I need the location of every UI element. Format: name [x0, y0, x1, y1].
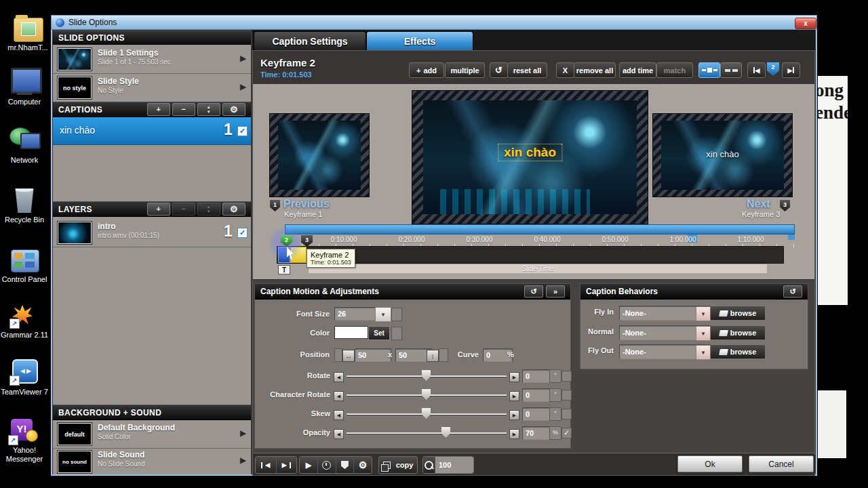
layer-settings-gear-button[interactable]: ⚙	[222, 203, 245, 216]
character-rotate-keyframe-box[interactable]	[561, 390, 572, 401]
skew-keyframe-box[interactable]	[561, 409, 572, 420]
motion-expand-button[interactable]: »	[546, 285, 565, 298]
previous-label[interactable]: Previous	[283, 198, 330, 210]
selected-caption[interactable]: xin chào	[498, 144, 562, 161]
motion-reset-button[interactable]: ↺	[524, 285, 543, 298]
chevron-down-icon[interactable]: ▼	[696, 326, 711, 341]
close-button[interactable]: x	[795, 18, 816, 29]
next-keyframe-button[interactable]: ▶	[782, 62, 800, 78]
normal-dropdown[interactable]: -None- ▼	[619, 325, 711, 340]
desktop-icon-recycle-bin[interactable]: Recycle Bin	[0, 187, 49, 224]
reset-all-button[interactable]: reset all	[507, 62, 547, 78]
remove-icon-button[interactable]: X	[556, 62, 574, 78]
shortcut-arrow: ↗	[9, 375, 20, 386]
keyframe-view-toggle-inactive[interactable]	[720, 62, 742, 78]
slide-sound-row[interactable]: no sound Slide Sound No Slide Sound ▶	[53, 448, 251, 474]
slider-increment-button[interactable]: ▶	[509, 429, 519, 439]
fly-out-browse-button[interactable]: browse	[710, 344, 766, 359]
slider-increment-button[interactable]: ▶	[509, 410, 519, 420]
chevron-down-icon[interactable]: ▼	[696, 306, 711, 321]
caption-reorder-button[interactable]: ▲ ▼	[197, 103, 220, 116]
caption-remove-button[interactable]: −	[172, 103, 195, 116]
remove-all-button[interactable]: remove all	[574, 62, 616, 78]
captions-header: CAPTIONS + − ▲ ▼ ⚙	[53, 102, 251, 117]
slider-thumb[interactable]	[422, 389, 431, 400]
slider-decrement-button[interactable]: ◀	[334, 410, 344, 420]
slide-style-row[interactable]: no style Slide Style No Style ▶	[53, 74, 251, 102]
reset-icon-button[interactable]: ↺	[490, 62, 508, 78]
slide-settings-row[interactable]: Slide 1 Settings Slide 1 of 1 - 75.503 s…	[53, 45, 251, 74]
tab-effects[interactable]: Effects	[366, 31, 473, 51]
desktop-icon-folder[interactable]: mr.NhamT...	[4, 16, 52, 52]
layer-remove-button[interactable]: −	[172, 203, 195, 216]
last-keyframe-button[interactable]: ▶	[277, 457, 297, 473]
slider-thumb[interactable]	[441, 427, 450, 438]
layer-list-item[interactable]: intro intro.wmv (00:01:15) 1 ✓	[53, 218, 251, 247]
behaviors-reset-button[interactable]: ↺	[783, 285, 802, 298]
timeline-ruler[interactable]: 0:10.000 0:20.000 0:30.000 0:40.000 0:50…	[285, 236, 802, 247]
color-set-button[interactable]: Set	[368, 326, 390, 340]
desktop-icon-yahoo[interactable]: Y! ↗ Yahoo! Messenger	[0, 419, 49, 464]
timer-button[interactable]	[318, 457, 336, 473]
layer-reorder-button[interactable]: ▲ ▼	[197, 203, 220, 216]
zoom-magnifier-button[interactable]	[423, 457, 435, 473]
previous-keyframe-thumbnail[interactable]	[270, 114, 369, 197]
caption-visible-checkbox[interactable]: ✓	[237, 126, 248, 136]
next-label[interactable]: Next	[747, 198, 770, 210]
slider-decrement-button[interactable]: ◀	[334, 372, 344, 382]
default-background-row[interactable]: default Default Background Solid Color ▶	[53, 420, 251, 449]
desktop-icon-control-panel[interactable]: Control Panel	[0, 249, 49, 284]
add-time-button[interactable]: add time	[619, 62, 656, 78]
fly-in-browse-button[interactable]: browse	[710, 306, 766, 321]
keyframe-view-toggle-active[interactable]	[698, 62, 720, 78]
chevron-down-icon[interactable]: ▼	[696, 345, 711, 360]
caption-add-button[interactable]: +	[147, 103, 170, 116]
normal-browse-button[interactable]: browse	[710, 325, 766, 340]
desktop-icon-computer[interactable]: Computer	[0, 68, 49, 106]
desktop-icon-teamviewer[interactable]: ◄► ↗ TeamViewer 7	[0, 359, 49, 396]
slide-sound-title: Slide Sound	[98, 450, 144, 460]
default-background-subtitle: Solid Color	[98, 433, 131, 441]
caption-settings-gear-button[interactable]: ⚙	[222, 103, 245, 116]
color-swatch[interactable]	[334, 326, 368, 339]
copy-button[interactable]: copy	[378, 456, 418, 474]
slider-track[interactable]	[347, 432, 507, 434]
ok-button[interactable]: Ok	[677, 455, 743, 472]
next-keyframe-thumbnail[interactable]: xin chào	[653, 114, 792, 197]
multiple-button[interactable]: multiple	[445, 62, 485, 78]
match-button[interactable]: match	[656, 62, 693, 78]
desktop-icon-grammar[interactable]: ↗ Grammar 2.11	[0, 304, 49, 340]
desktop-icon-network[interactable]: Network	[0, 127, 49, 165]
settings-gear-button[interactable]: ⚙	[354, 457, 372, 473]
slider-thumb[interactable]	[422, 408, 431, 419]
prev-keyframe-button[interactable]: ◀	[747, 62, 766, 78]
layer-visible-checkbox[interactable]: ✓	[237, 228, 248, 238]
font-size-dropdown-button[interactable]: ▼	[375, 307, 391, 322]
tab-caption-settings[interactable]: Caption Settings	[254, 31, 366, 51]
opacity-unit-box: %	[549, 426, 561, 440]
keyframe-shield-button[interactable]	[336, 457, 355, 473]
keyframe-span-bar[interactable]	[285, 224, 795, 235]
dialog-titlebar[interactable]: Slide Options	[51, 15, 817, 30]
cancel-button[interactable]: Cancel	[749, 455, 814, 472]
slider-decrement-button[interactable]: ◀	[334, 429, 344, 439]
slider-thumb[interactable]	[422, 370, 431, 381]
position-stub-right	[439, 348, 448, 362]
current-keyframe-thumbnail[interactable]: xin chào	[412, 91, 648, 224]
font-size-value[interactable]: 26	[334, 307, 380, 321]
opacity-keyframe-checkbox[interactable]: ✓	[561, 428, 572, 439]
first-keyframe-button[interactable]: ◀	[256, 457, 277, 473]
slide-time-bar[interactable]: Slide Time	[309, 264, 767, 273]
caption-list-item-selected[interactable]: xin chào 1 ✓	[53, 117, 251, 145]
fly-out-dropdown[interactable]: -None- ▼	[619, 344, 711, 359]
zoom-input[interactable]	[435, 457, 473, 473]
slider-increment-button[interactable]: ▶	[509, 391, 519, 401]
play-button[interactable]: ▶	[300, 457, 318, 473]
slider-increment-button[interactable]: ▶	[509, 372, 519, 382]
rotate-keyframe-box[interactable]	[561, 371, 572, 382]
layer-add-button[interactable]: +	[147, 203, 170, 216]
slider-decrement-button[interactable]: ◀	[334, 391, 344, 401]
add-keyframe-button[interactable]: +add	[409, 62, 444, 78]
background-sound-header: BACKGROUND + SOUND	[53, 405, 251, 420]
fly-in-dropdown[interactable]: -None- ▼	[619, 306, 711, 321]
